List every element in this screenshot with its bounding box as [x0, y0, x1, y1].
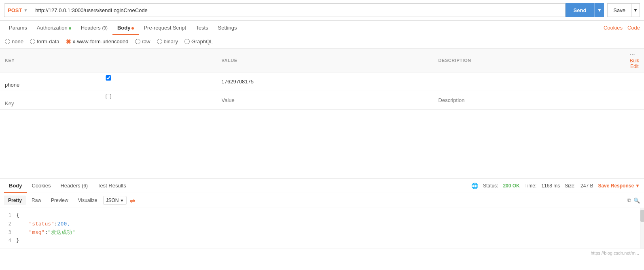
- code-link[interactable]: Code: [627, 25, 640, 31]
- save-dropdown-button[interactable]: ▼: [631, 3, 640, 17]
- tab-pre-request[interactable]: Pre-request Script: [139, 21, 191, 35]
- tabs-right: Cookies Code: [604, 25, 640, 31]
- json-val-status: 200,: [57, 220, 70, 228]
- save-btn-group: Save ▼: [607, 3, 640, 17]
- response-body: 1 { 2 "status" : 200, 3 "msg" : "发送成功" 4…: [0, 208, 644, 249]
- empty-desc-input[interactable]: [439, 97, 620, 103]
- line-num-3: 3: [0, 229, 16, 236]
- empty-value-cell[interactable]: [217, 91, 434, 110]
- tab-authorization[interactable]: Authorization: [32, 21, 76, 35]
- status-value: 200 OK: [503, 183, 519, 189]
- fmt-preview[interactable]: Preview: [47, 196, 72, 205]
- response-format-row: Pretty Raw Preview Visualize JSON ▼ ⇌ ⧉ …: [0, 193, 644, 208]
- th-value: VALUE: [217, 49, 434, 72]
- radio-binary[interactable]: binary: [157, 38, 178, 45]
- url-input[interactable]: [31, 3, 565, 17]
- value-value: 17629708175: [222, 79, 254, 85]
- save-response-dropdown-icon: ▼: [635, 183, 640, 189]
- scrollbar-track[interactable]: [640, 208, 644, 249]
- tab-settings[interactable]: Settings: [213, 21, 242, 35]
- body-type-row: none form-data x-www-form-urlencoded raw…: [0, 35, 644, 48]
- scrollbar-thumb[interactable]: [640, 210, 644, 222]
- json-brace-close: }: [16, 236, 19, 245]
- top-bar: POST ▼ Send ▼ Save ▼: [0, 0, 644, 21]
- format-select-icon: ▼: [120, 198, 124, 203]
- send-dropdown-button[interactable]: ▼: [594, 3, 604, 17]
- three-dots-icon[interactable]: ···: [630, 51, 635, 58]
- json-colon-2: :: [44, 228, 48, 237]
- resp-tab-headers[interactable]: Headers (6): [55, 179, 92, 193]
- empty-key-input[interactable]: [5, 100, 202, 106]
- table-row: phone 17629708175: [0, 72, 644, 91]
- radio-graphql[interactable]: GraphQL: [184, 38, 213, 45]
- copy-icon[interactable]: ⧉: [627, 197, 631, 204]
- radio-none[interactable]: none: [5, 38, 23, 45]
- resp-format-right-icons: ⧉ 🔍: [627, 197, 640, 204]
- wrap-button[interactable]: ⇌: [130, 197, 135, 204]
- search-icon[interactable]: 🔍: [633, 197, 640, 204]
- empty-actions-cell: [625, 91, 644, 110]
- fmt-pretty[interactable]: Pretty: [4, 196, 26, 205]
- row-value-cell: 17629708175: [217, 72, 434, 91]
- response-meta: 🌐 Status: 200 OK Time: 1168 ms Size: 247…: [471, 183, 640, 189]
- format-select-label: JSON: [106, 198, 119, 203]
- save-button[interactable]: Save: [607, 3, 631, 17]
- time-value: 1168 ms: [541, 183, 560, 189]
- method-label: POST: [8, 7, 22, 13]
- kv-table-container: KEY VALUE DESCRIPTION ··· Bulk Edit: [0, 48, 644, 110]
- json-val-msg: "发送成功": [48, 228, 75, 237]
- cookies-link[interactable]: Cookies: [604, 25, 623, 31]
- size-label: Size:: [565, 183, 576, 189]
- tab-params[interactable]: Params: [4, 21, 32, 35]
- json-line-4: 4 }: [0, 236, 644, 245]
- row-checkbox[interactable]: [5, 75, 212, 81]
- table-empty-row: [0, 91, 644, 110]
- fmt-visualize[interactable]: Visualize: [74, 196, 102, 205]
- request-tabs-row: Params Authorization Headers (9) Body Pr…: [0, 21, 644, 35]
- json-key-msg: "msg": [29, 228, 44, 237]
- radio-form-data[interactable]: form-data: [30, 38, 59, 45]
- bottom-link-row: https://blog.csdn.net/m...: [0, 249, 644, 257]
- json-line-1: 1 {: [0, 211, 644, 220]
- row-desc-cell: [434, 72, 625, 91]
- response-section: Body Cookies Headers (6) Test Results 🌐 …: [0, 179, 644, 257]
- size-value: 247 B: [580, 183, 593, 189]
- resp-tab-test-results[interactable]: Test Results: [93, 179, 131, 193]
- fmt-raw[interactable]: Raw: [28, 196, 45, 205]
- json-line-2: 2 "status" : 200,: [0, 220, 644, 228]
- status-label: Status:: [483, 183, 498, 189]
- tab-tests[interactable]: Tests: [191, 21, 213, 35]
- tab-body[interactable]: Body: [112, 21, 139, 35]
- bulk-edit-button[interactable]: Bulk Edit: [630, 58, 639, 69]
- globe-icon[interactable]: 🌐: [471, 183, 478, 189]
- row-key-cell: phone: [0, 72, 217, 91]
- method-select[interactable]: POST ▼: [4, 3, 31, 17]
- key-value: phone: [5, 82, 19, 88]
- tab-headers[interactable]: Headers (9): [76, 21, 112, 35]
- save-response-label: Save Response: [598, 183, 634, 189]
- format-select[interactable]: JSON ▼: [103, 196, 127, 205]
- row-actions-cell: [625, 72, 644, 91]
- response-tabs-row: Body Cookies Headers (6) Test Results 🌐 …: [0, 179, 644, 193]
- send-button[interactable]: Send: [566, 3, 595, 17]
- json-colon-1: :: [54, 220, 57, 228]
- line-num-1: 1: [0, 212, 16, 219]
- radio-x-www-form-urlencoded[interactable]: x-www-form-urlencoded: [66, 38, 129, 45]
- empty-key-cell[interactable]: [0, 91, 217, 110]
- th-key: KEY: [0, 49, 217, 72]
- kv-table: KEY VALUE DESCRIPTION ··· Bulk Edit: [0, 48, 644, 110]
- bottom-link[interactable]: https://blog.csdn.net/m...: [591, 251, 639, 255]
- json-line-3: 3 "msg" : "发送成功": [0, 228, 644, 237]
- radio-raw[interactable]: raw: [135, 38, 150, 45]
- th-description: DESCRIPTION: [434, 49, 625, 72]
- save-response-button[interactable]: Save Response ▼: [598, 183, 640, 189]
- json-display: 1 { 2 "status" : 200, 3 "msg" : "发送成功" 4…: [0, 208, 644, 248]
- empty-value-input[interactable]: [222, 97, 429, 103]
- time-label: Time:: [525, 183, 537, 189]
- empty-desc-cell[interactable]: [434, 91, 625, 110]
- empty-row-checkbox[interactable]: [5, 94, 212, 99]
- line-num-2: 2: [0, 220, 16, 228]
- send-btn-group: Send ▼: [566, 3, 604, 17]
- resp-tab-cookies[interactable]: Cookies: [27, 179, 56, 193]
- resp-tab-body[interactable]: Body: [4, 179, 27, 193]
